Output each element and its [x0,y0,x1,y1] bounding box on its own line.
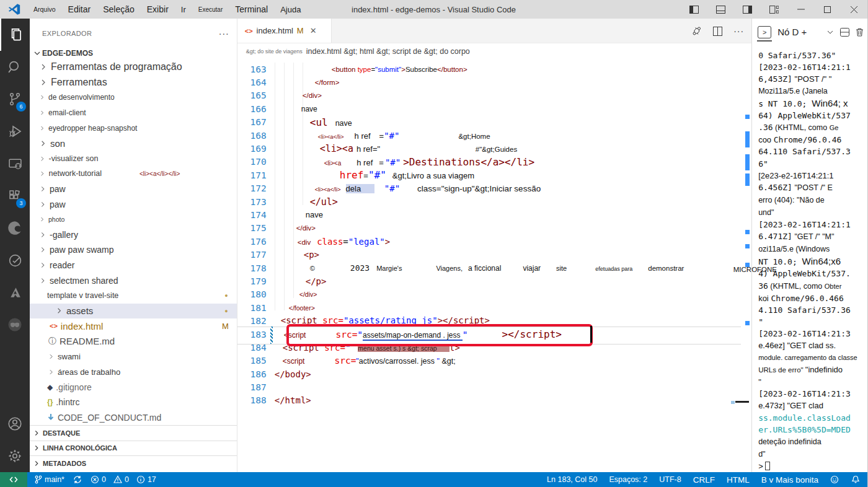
code-line-178[interactable]: 178©2023Margie'sViagens,a ficcionalviaja… [237,261,751,274]
activitybar-edge-icon[interactable] [0,212,30,244]
bell-icon[interactable] [851,475,860,484]
activitybar-remote-icon[interactable] [0,147,30,180]
trash-icon[interactable] [856,28,864,37]
customize-layout-icon[interactable] [761,0,787,19]
code-line-186[interactable]: 186</body> [237,367,751,380]
code-line-180[interactable]: 180</div> [237,288,751,301]
formatter-indicator[interactable]: B v Mais bonita [761,475,818,485]
cursor-position[interactable]: Ln 183, Col 50 [547,475,597,484]
code-editor[interactable]: MICROFONE 163<button type="submit">Subsc… [237,59,751,472]
code-line-164[interactable]: 164</form> [237,76,751,89]
encoding[interactable]: UTF-8 [659,475,681,484]
editor-more-icon[interactable]: ··· [733,26,744,36]
code-line-185[interactable]: 185<scriptsrc="activos/carrossel. jess "… [237,354,751,367]
tree-item-paw[interactable]: paw [30,182,237,197]
tree-item-ferramentas[interactable]: Ferramentas [30,75,237,90]
sync-indicator[interactable] [73,475,82,484]
activitybar-explorer-icon[interactable] [0,19,30,51]
code-line-171[interactable]: 171href="#"&gt;Livro a sua viagem [237,169,751,182]
code-line-187[interactable]: 187 [237,380,751,393]
code-line-176[interactable]: 176<divclass="legal"> [237,235,751,248]
tree-item-email-client[interactable]: email-client [30,105,237,121]
tree-item-eyedropper-heap-snapshot[interactable]: eyedropper heap-snapshot [30,120,237,136]
code-line-174[interactable]: 174nave [237,208,751,221]
layout-sidebar-left-icon[interactable] [681,0,707,19]
tree-item-network-tutorial[interactable]: network-tutorial<li><a</li></li> [30,166,237,182]
menu-exibir[interactable]: Exibir [141,4,175,14]
tree-item--hintrc[interactable]: {}.hintrc [30,395,237,410]
eol[interactable]: CRLF [693,475,715,485]
tree-item-selectmen-shared[interactable]: selectmen shared [30,273,237,288]
section-metadados[interactable]: METADADOS [30,455,237,470]
tree-item-assets[interactable]: assets● [30,304,237,319]
tree-item-paw[interactable]: paw [30,196,237,212]
activitybar-mask-icon[interactable] [0,309,30,341]
close-button[interactable] [841,0,867,19]
code-line-170[interactable]: 170<li><ah ref="#">Destinations</a></li> [237,156,751,169]
code-line-167[interactable]: 167<ulnave [237,116,751,129]
menu-ir[interactable]: Ir [175,5,192,14]
tree-item-de-desenvolvimento[interactable]: de desenvolvimento [30,90,237,105]
code-line-172[interactable]: 172<li><a</li>dela "#"class="sign-up"&gt… [237,182,751,195]
tree-item-reader[interactable]: reader [30,258,237,273]
section-linha-cronol-gica[interactable]: LINHA CRONOLÓGICA [30,441,237,455]
tree-item--reas-de-trabalho[interactable]: áreas de trabalho [30,364,237,380]
code-line-181[interactable]: 181</footer> [237,301,751,314]
code-line-175[interactable]: 175</div> [237,222,751,235]
code-line-169[interactable]: 169<li><ah ref=" #"&gt;Guides [237,142,751,155]
menu-editar[interactable]: Editar [62,4,97,14]
activitybar-azure-icon[interactable] [0,276,30,309]
tree-item-index-html[interactable]: <>index.htmlM [30,318,237,334]
menu-seleção[interactable]: Seleção [97,4,141,14]
code-line-177[interactable]: 177<p> [237,248,751,261]
feedback-icon[interactable] [830,475,839,484]
activitybar-search-icon[interactable] [0,51,30,83]
code-line-163[interactable]: 163<button type="submit">Subscribe</butt… [237,63,751,76]
layout-sidebar-right-icon[interactable] [734,0,761,19]
tree-item--gitignore[interactable]: ◆.gitignore [30,379,237,395]
code-line-166[interactable]: 166nave [237,102,751,115]
tree-item-template-v-travel-site[interactable]: template v travel-site● [30,288,237,304]
tree-item-swami[interactable]: swami [30,349,237,364]
menu-ajuda[interactable]: Ajuda [274,5,307,14]
layout-panel-icon[interactable] [707,0,734,19]
workspace-root-folder[interactable]: EDGE-DEMOS [30,47,237,59]
tab-index-html[interactable]: <> index.html M ✕ [237,19,332,43]
menu-executar[interactable]: Executar [192,6,229,13]
chevron-down-icon[interactable] [826,29,834,36]
maximize-button[interactable] [814,0,841,19]
problems-indicator[interactable]: 0 0 17 [91,475,156,484]
indentation[interactable]: Espaços: 2 [609,475,647,484]
code-line-165[interactable]: 165</div> [237,89,751,102]
tree-item-ferramentas-de-programa-o[interactable]: Ferramentas de programação [30,59,237,75]
tree-item--gallery[interactable]: -gallery [30,227,237,243]
terminal-output[interactable]: 0 Safari/537.36"[2023-02-16T14:21:16,453… [752,46,867,472]
code-line-188[interactable]: 188</html> [237,394,751,407]
tree-item-readme-md[interactable]: ⓘREADME.md [30,334,237,349]
tree-item-paw-paw-swamp[interactable]: paw paw swamp [30,242,237,258]
breadcrumb[interactable]: &gt; do site de viagens index.html &gt; … [237,43,751,59]
activitybar-gear-icon[interactable] [0,440,30,472]
code-line-173[interactable]: 173</ul> [237,195,751,208]
terminal-tab-icon[interactable]: > [758,26,771,38]
activitybar-test-icon[interactable] [0,244,30,276]
activitybar-account-icon[interactable] [0,408,30,440]
tree-item-son[interactable]: son [30,136,237,151]
code-line-179[interactable]: 179</p> [237,274,751,287]
open-changes-icon[interactable] [692,26,702,36]
menu-arquivo[interactable]: Arquivo [27,6,62,13]
tree-item-code-of-conduct-md[interactable]: CODE_OF_CONDUCT.md [30,410,237,426]
menu-terminal[interactable]: Terminal [229,4,274,14]
code-line-168[interactable]: 168<li><a</li>h ref="#"&gt;Home [237,129,751,142]
minimize-button[interactable] [787,0,814,19]
explorer-more-icon[interactable]: ··· [219,29,229,38]
split-editor-icon[interactable] [713,27,722,36]
tree-item-photo[interactable]: photo [30,212,237,227]
activitybar-scm-icon[interactable]: 6 [0,83,30,115]
split-terminal-icon[interactable] [840,28,849,37]
git-branch-indicator[interactable]: main* [35,475,64,484]
tree-item--visualizer-son[interactable]: -visualizer son [30,151,237,167]
activitybar-extensions-icon[interactable]: 3 [0,180,30,212]
language-mode[interactable]: HTML [727,475,750,485]
section-destaque[interactable]: DESTAQUE [30,425,237,440]
